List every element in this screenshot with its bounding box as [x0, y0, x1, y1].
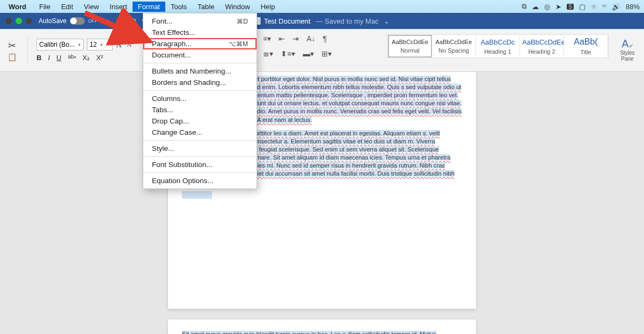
- paragraph-group-2: ≣▾ ⬍≡▾ ▬▾ ⊞▾: [263, 49, 332, 58]
- borders-button[interactable]: ⊞▾: [321, 49, 332, 58]
- separator: [27, 37, 28, 64]
- saved-status: — Saved to my Mac: [316, 17, 378, 25]
- superscript-button[interactable]: X²: [96, 54, 103, 62]
- menu-window[interactable]: Window: [219, 2, 255, 12]
- shading-button[interactable]: ▬▾: [303, 49, 314, 58]
- format-menu-item-paragraph[interactable]: Paragraph...⌥⌘M: [143, 38, 257, 49]
- save-icon[interactable]: 💾: [115, 17, 125, 25]
- align-button[interactable]: ≡▾: [263, 34, 271, 43]
- page-2[interactable]: Sit amet purus gravida quis blandit turp…: [168, 320, 476, 334]
- font-group: Calibri (Bo... 12 A^ A B I U ab▾ X₂ X²: [36, 39, 131, 62]
- quick-access-toolbar: ⌂ 💾 ↶ ↷: [105, 17, 148, 25]
- autosave-toggle[interactable]: AutoSave OFF: [39, 17, 98, 25]
- volume-icon[interactable]: 🔊: [612, 3, 620, 11]
- line-spacing-button[interactable]: ⬍≡▾: [281, 49, 295, 58]
- shrink-font-button[interactable]: A: [127, 41, 132, 49]
- menu-file[interactable]: File: [34, 2, 56, 12]
- subscript-button[interactable]: X₂: [83, 54, 90, 62]
- selection-end: [182, 191, 462, 201]
- document-title: Test Document: [264, 17, 311, 25]
- sort-button[interactable]: A↓: [306, 34, 315, 43]
- format-menu-item-text-effects[interactable]: Text Effects...: [143, 27, 257, 38]
- format-menu-item-borders-and-shading[interactable]: Borders and Shading...: [143, 77, 257, 88]
- mac-menu-bar: Word File Edit View Insert Format Tools …: [0, 0, 644, 13]
- menu-format[interactable]: Format: [133, 2, 165, 12]
- strike-button[interactable]: ab▾: [68, 54, 76, 62]
- display-icon[interactable]: ▢: [579, 3, 586, 11]
- menu-tools[interactable]: Tools: [165, 2, 192, 12]
- show-marks-button[interactable]: ¶: [323, 34, 327, 43]
- indent-left-button[interactable]: ⇤: [279, 34, 285, 43]
- style-title[interactable]: AaBb( Title: [564, 35, 608, 57]
- grow-font-button[interactable]: A^: [116, 40, 124, 49]
- underline-button[interactable]: U: [56, 54, 61, 62]
- format-menu-item-change-case[interactable]: Change Case...: [143, 127, 257, 138]
- format-menu-item-font[interactable]: Font...⌘D: [143, 16, 257, 27]
- menu-separator: [143, 156, 257, 157]
- chevron-down-icon[interactable]: ⌄: [384, 17, 390, 25]
- format-menu-item-equation-options[interactable]: Equation Options...: [143, 175, 257, 186]
- menu-separator: [143, 172, 257, 173]
- menu-help[interactable]: Help: [255, 2, 281, 12]
- italic-button[interactable]: I: [48, 54, 50, 62]
- undo-icon[interactable]: ↶: [130, 17, 136, 25]
- menu-separator: [143, 63, 257, 63]
- autosave-label: AutoSave: [39, 17, 67, 25]
- window-controls: [5, 18, 32, 24]
- clipboard-section: ✂ 📋: [5, 38, 19, 63]
- s-icon[interactable]: S: [567, 4, 574, 10]
- format-menu-item-drop-cap[interactable]: Drop Cap...: [143, 115, 257, 127]
- styles-pane-button[interactable]: A↙ Styles Pane: [615, 34, 640, 65]
- wifi-icon[interactable]: ⌔: [602, 3, 606, 11]
- menu-view[interactable]: View: [78, 2, 104, 12]
- menu-insert[interactable]: Insert: [104, 2, 133, 12]
- format-dropdown-menu: Font...⌘DText Effects...Paragraph...⌥⌘MD…: [143, 13, 257, 189]
- font-size-selector[interactable]: 12: [87, 39, 113, 50]
- style-heading-1[interactable]: AaBbCcDc Heading 1: [476, 35, 520, 57]
- document-title-area[interactable]: Test Document — Saved to my Mac ⌄: [254, 17, 390, 25]
- indent-right-button[interactable]: ⇥: [292, 34, 299, 43]
- format-menu-item-bullets-and-numbering[interactable]: Bullets and Numbering...: [143, 66, 257, 77]
- menu-separator: [143, 140, 257, 141]
- cloud-icon[interactable]: ☁: [532, 3, 539, 11]
- menu-table[interactable]: Table: [192, 2, 219, 12]
- minimize-button[interactable]: [16, 18, 22, 24]
- style-normal[interactable]: AaBbCcDdEe Normal: [388, 35, 432, 57]
- word-title-bar: AutoSave OFF ⌂ 💾 ↶ ↷ Test Document — Sav…: [0, 13, 644, 29]
- dropbox-icon[interactable]: ⧉: [522, 2, 526, 11]
- style-heading-2[interactable]: AaBbCcDdEe Heading 2: [520, 35, 564, 57]
- style-no-spacing[interactable]: AaBbCcDdEe No Spacing: [432, 35, 476, 57]
- menu-edit[interactable]: Edit: [56, 2, 78, 12]
- menu-separator: [143, 90, 257, 91]
- autosave-switch[interactable]: [70, 17, 85, 25]
- justify-button[interactable]: ≣▾: [263, 49, 273, 58]
- font-selector[interactable]: Calibri (Bo...: [36, 39, 84, 50]
- format-menu-item-tabs[interactable]: Tabs...: [143, 104, 257, 115]
- close-button[interactable]: [5, 18, 12, 24]
- format-menu-item-columns[interactable]: Columns...: [143, 93, 257, 104]
- clipboard-icon[interactable]: 📋: [8, 53, 17, 61]
- zoom-button[interactable]: [26, 18, 32, 24]
- scissors-icon[interactable]: ✂: [8, 40, 16, 52]
- app-icon[interactable]: ➤: [555, 3, 561, 11]
- document-canvas[interactable]: cibus a pellentesque sit amet porttitor …: [0, 72, 644, 334]
- bold-button[interactable]: B: [36, 54, 41, 62]
- bluetooth-icon[interactable]: ⚹: [591, 2, 597, 11]
- format-menu-item-document[interactable]: Document...: [143, 49, 257, 61]
- format-menu-item-style[interactable]: Style...: [143, 143, 257, 154]
- autosave-state: OFF: [88, 18, 98, 24]
- styles-gallery: AaBbCcDdEe Normal AaBbCcDdEe No Spacing …: [387, 34, 609, 58]
- ribbon: ✂ 📋 Calibri (Bo... 12 A^ A B I U ab▾ X₂ …: [0, 29, 644, 72]
- cc-icon[interactable]: ◎: [544, 3, 550, 11]
- paragraph[interactable]: Sit amet purus gravida quis blandit turp…: [182, 330, 462, 334]
- paragraph-group: ≡▾ ⇤ ⇥ A↓ ¶: [263, 34, 327, 43]
- mac-status-area: ⧉ ☁ ◎ ➤ S ▢ ⚹ ⌔ 🔊 88%: [522, 2, 640, 11]
- battery-percent[interactable]: 88%: [626, 3, 640, 11]
- format-menu-item-font-substitution[interactable]: Font Substitution...: [143, 159, 257, 170]
- app-name[interactable]: Word: [4, 2, 31, 11]
- home-icon[interactable]: ⌂: [105, 17, 109, 25]
